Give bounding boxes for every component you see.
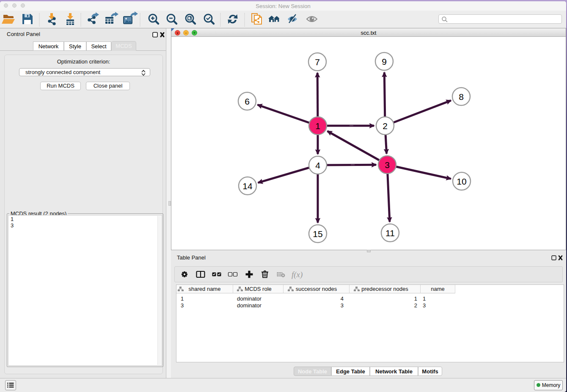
svg-text:11: 11 (385, 228, 395, 238)
svg-text:f(x): f(x) (292, 270, 303, 279)
svg-text:7: 7 (315, 57, 320, 67)
svg-text:1: 1 (315, 121, 320, 131)
svg-text:15: 15 (313, 229, 322, 239)
svg-text:2: 2 (383, 121, 388, 131)
svg-text:8: 8 (459, 92, 464, 102)
svg-text:6: 6 (245, 97, 250, 106)
svg-text:3: 3 (385, 160, 390, 170)
svg-text:4: 4 (315, 160, 320, 170)
svg-text:9: 9 (382, 57, 387, 66)
svg-text:14: 14 (242, 181, 253, 191)
svg-text:10: 10 (457, 177, 466, 186)
